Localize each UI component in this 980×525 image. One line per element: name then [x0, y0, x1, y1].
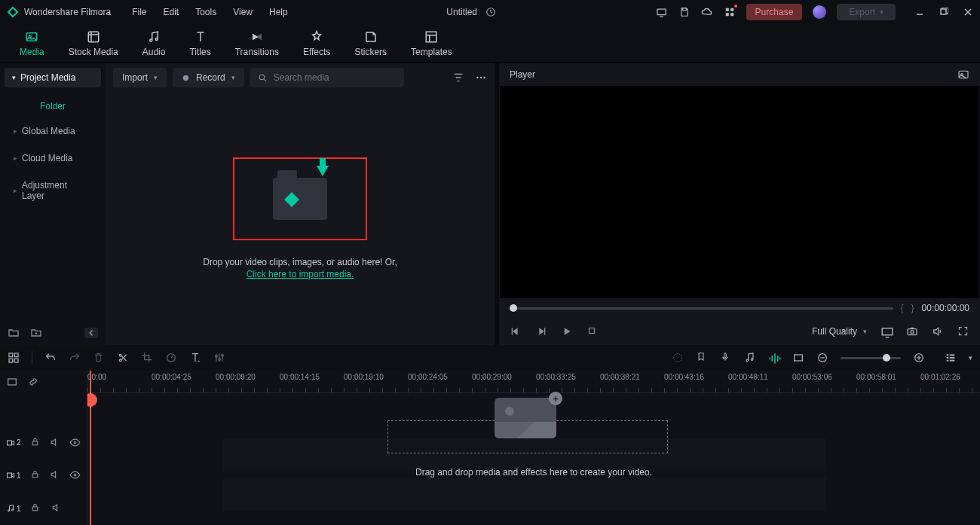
view-chevron-icon[interactable]: ▾	[969, 354, 972, 362]
svg-point-42	[119, 354, 121, 356]
user-avatar[interactable]	[813, 5, 826, 19]
history-icon[interactable]	[485, 6, 497, 18]
project-media-heading[interactable]: ▾Project Media	[5, 68, 101, 87]
text-icon[interactable]	[189, 352, 201, 364]
voiceover-icon[interactable]	[720, 352, 732, 364]
auto-beat-icon[interactable]	[768, 352, 780, 364]
tab-media[interactable]: Media	[20, 30, 44, 57]
mute-icon[interactable]	[50, 437, 60, 449]
lock-icon[interactable]	[30, 437, 41, 449]
speed-icon[interactable]	[165, 352, 177, 364]
snapshot-icon[interactable]	[957, 69, 969, 81]
apps-icon[interactable]	[724, 6, 736, 18]
track-head-audio-1[interactable]: 1	[0, 492, 87, 525]
playhead[interactable]	[90, 371, 91, 525]
camera-icon[interactable]	[906, 325, 918, 337]
tab-audio[interactable]: Audio	[142, 30, 166, 57]
delete-icon[interactable]	[93, 352, 105, 364]
filter-icon[interactable]	[452, 72, 464, 84]
fullscreen-icon[interactable]	[957, 325, 969, 337]
media-dropzone[interactable]: Drop your video clips, images, or audio …	[106, 92, 495, 345]
lock-icon[interactable]	[30, 502, 42, 514]
sidebar-item-adjustment-layer[interactable]: ▸Adjustment Layer	[6, 173, 100, 208]
eye-icon[interactable]	[69, 437, 81, 449]
svg-rect-39	[14, 353, 18, 357]
folder-outline-icon[interactable]	[8, 327, 20, 339]
search-media[interactable]	[250, 68, 404, 87]
tab-transitions[interactable]: Transitions	[235, 30, 279, 57]
play-icon[interactable]	[561, 325, 573, 337]
mute-icon[interactable]	[51, 502, 63, 514]
link-icon[interactable]	[27, 376, 39, 388]
timeline-tracks[interactable]: 00:0000:00:04:2500:00:09:2000:00:14:1500…	[87, 371, 980, 525]
mark-out-icon[interactable]: }	[911, 303, 914, 313]
sidebar-item-global-media[interactable]: ▸Global Media	[6, 119, 100, 143]
menu-file[interactable]: File	[132, 7, 146, 17]
tab-stickers[interactable]: Stickers	[354, 30, 387, 57]
tab-stock-media[interactable]: Stock Media	[69, 30, 118, 57]
svg-rect-63	[950, 360, 955, 362]
list-view-icon[interactable]	[945, 352, 957, 364]
marker-icon[interactable]	[696, 352, 708, 364]
adjust-icon[interactable]	[213, 352, 225, 364]
svg-marker-33	[565, 328, 571, 334]
svg-point-16	[150, 39, 152, 41]
new-folder-icon[interactable]	[30, 327, 42, 339]
record-dropdown[interactable]: Record▾	[173, 68, 244, 87]
minimize-icon[interactable]	[914, 6, 926, 18]
track-options-icon[interactable]	[6, 376, 18, 388]
media-placeholder-thumb[interactable]: +	[495, 398, 556, 438]
redo-icon[interactable]	[69, 352, 81, 364]
import-media-link[interactable]: Click here to import media.	[247, 269, 354, 279]
menu-edit[interactable]: Edit	[164, 7, 179, 17]
svg-marker-19	[256, 33, 262, 40]
player-scrubber[interactable]	[510, 307, 893, 310]
lock-icon[interactable]	[30, 469, 41, 481]
tab-titles[interactable]: Titles	[189, 30, 210, 57]
mute-icon[interactable]	[50, 469, 60, 481]
close-icon[interactable]	[962, 6, 974, 18]
purchase-button[interactable]: Purchase	[746, 4, 803, 20]
stop-icon[interactable]	[586, 325, 599, 337]
zoom-out-icon[interactable]	[816, 352, 828, 364]
import-dropdown[interactable]: Import▾	[113, 68, 167, 87]
screen-icon[interactable]	[656, 6, 668, 18]
undo-icon[interactable]	[44, 352, 57, 364]
collapse-sidebar-button[interactable]	[84, 328, 98, 338]
eye-icon[interactable]	[69, 469, 81, 481]
menu-view[interactable]: View	[233, 7, 253, 17]
volume-icon[interactable]	[932, 325, 944, 337]
next-frame-icon[interactable]	[535, 325, 547, 337]
sidebar-item-cloud-media[interactable]: ▸Cloud Media	[6, 146, 100, 170]
maximize-icon[interactable]	[938, 6, 950, 18]
prev-frame-icon[interactable]	[510, 325, 522, 337]
layout-icon[interactable]	[8, 352, 20, 364]
menu-help[interactable]: Help	[269, 7, 288, 17]
display-icon[interactable]	[880, 325, 893, 337]
audio-mixer-icon[interactable]	[744, 352, 756, 364]
split-icon[interactable]	[117, 352, 129, 364]
title-bar: Wondershare Filmora File Edit Tools View…	[0, 0, 980, 24]
timeline-toolbar: ▾	[0, 345, 980, 371]
track-head-video-2[interactable]: 2	[0, 426, 87, 459]
mark-in-icon[interactable]: {	[901, 303, 904, 313]
cloud-icon[interactable]	[701, 6, 713, 18]
tab-effects[interactable]: Effects	[303, 30, 330, 57]
add-media-icon[interactable]: +	[549, 392, 562, 405]
tab-templates[interactable]: Templates	[411, 30, 452, 57]
sidebar-folder[interactable]: Folder	[3, 95, 103, 118]
menu-tools[interactable]: Tools	[195, 7, 216, 17]
crop-icon[interactable]	[141, 352, 153, 364]
more-icon[interactable]	[475, 72, 487, 84]
timeline-ruler[interactable]: 00:0000:00:04:2500:00:09:2000:00:14:1500…	[87, 371, 980, 393]
svg-rect-62	[950, 357, 955, 359]
track-head-video-1[interactable]: 1	[0, 459, 87, 493]
zoom-in-icon[interactable]	[913, 352, 925, 364]
aspect-icon[interactable]	[792, 352, 804, 364]
svg-marker-29	[513, 328, 518, 334]
quality-dropdown[interactable]: Full Quality▾	[812, 326, 867, 337]
save-icon[interactable]	[678, 6, 691, 18]
search-input[interactable]	[274, 72, 394, 83]
render-icon[interactable]	[672, 352, 684, 364]
zoom-slider[interactable]	[841, 357, 901, 359]
